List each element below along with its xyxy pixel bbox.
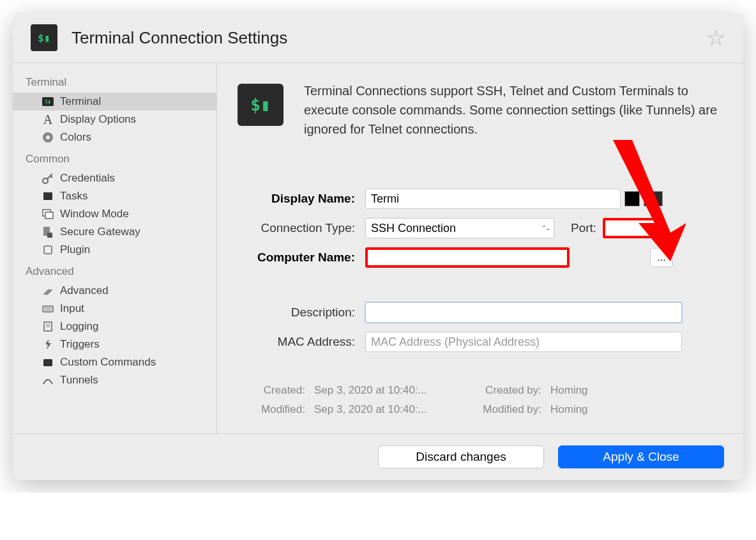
- form: Display Name: $▮ Connection Type: SSH Co…: [238, 189, 723, 352]
- created-by-value: Homing: [550, 384, 653, 397]
- font-a-icon: A: [41, 112, 55, 127]
- terminal-glyph: $▮: [38, 32, 50, 44]
- svg-rect-10: [44, 246, 52, 254]
- sidebar-item-advanced[interactable]: Advanced: [13, 282, 216, 300]
- color-wheel-icon: [41, 131, 55, 144]
- mac-address-label: MAC Address:: [238, 335, 365, 349]
- tools-icon: [41, 284, 55, 297]
- sidebar-item-display-options[interactable]: A Display Options: [13, 111, 216, 128]
- color-picker-black[interactable]: [624, 191, 640, 206]
- svg-rect-13: [43, 306, 53, 312]
- svg-point-2: [43, 178, 48, 183]
- modified-by-label: Modified by:: [455, 403, 550, 416]
- mac-address-input[interactable]: [365, 332, 682, 352]
- svg-point-1: [46, 135, 50, 139]
- modified-label: Modified:: [238, 403, 314, 416]
- display-name-input[interactable]: [365, 189, 621, 209]
- svg-rect-19: [43, 359, 52, 366]
- terminal-icon: $▮: [41, 97, 55, 106]
- log-icon: [41, 320, 55, 333]
- svg-rect-5: [43, 192, 52, 200]
- terminal-large-icon: $▮: [238, 84, 284, 126]
- sidebar-item-input[interactable]: Input: [13, 300, 216, 318]
- tasks-icon: [41, 190, 55, 203]
- sidebar-item-window-mode[interactable]: Window Mode: [13, 205, 216, 223]
- display-name-label: Display Name:: [238, 192, 365, 206]
- window-icon: [41, 208, 55, 220]
- sidebar-item-tunnels[interactable]: Tunnels: [13, 371, 216, 389]
- command-icon: [41, 356, 55, 369]
- sidebar-section-common: Common: [13, 146, 216, 169]
- description-input[interactable]: [365, 302, 682, 323]
- modified-value: Sep 3, 2020 at 10:40:...: [314, 403, 455, 416]
- port-input[interactable]: [603, 218, 659, 238]
- footer: Discard changes Apply & Close: [13, 433, 743, 480]
- tunnel-icon: [41, 374, 55, 387]
- body: Terminal $▮ Terminal A Display Options C…: [13, 63, 743, 480]
- sidebar-item-colors[interactable]: Colors: [13, 128, 216, 146]
- plugin-icon: [41, 243, 55, 256]
- sidebar-item-credentials[interactable]: Credentials: [13, 169, 216, 187]
- sidebar-item-custom-commands[interactable]: Custom Commands: [13, 353, 216, 371]
- description-label: Description:: [238, 305, 365, 320]
- discard-button[interactable]: Discard changes: [378, 445, 544, 468]
- modified-by-value: Homing: [550, 403, 653, 416]
- created-by-label: Created by:: [455, 384, 550, 397]
- sidebar-item-secure-gateway[interactable]: Secure Gateway: [13, 223, 216, 241]
- main-panel: $▮ Terminal Connections support SSH, Tel…: [217, 63, 743, 480]
- page-title: Terminal Connection Settings: [72, 28, 287, 48]
- computer-name-browse-button[interactable]: ...: [650, 248, 673, 267]
- header: $▮ Terminal Connection Settings ☆: [13, 13, 743, 63]
- connection-type-select[interactable]: SSH Connection: [365, 218, 554, 238]
- svg-line-4: [50, 176, 52, 178]
- sidebar-item-tasks[interactable]: Tasks: [13, 187, 216, 205]
- key-icon: [41, 172, 55, 185]
- settings-window: $▮ Terminal Connection Settings ☆ Termin…: [13, 13, 743, 480]
- keyboard-icon: [41, 302, 55, 315]
- sidebar-item-triggers[interactable]: Triggers: [13, 336, 216, 353]
- sidebar-section-advanced: Advanced: [13, 259, 216, 282]
- svg-rect-7: [45, 212, 53, 219]
- sidebar-section-terminal: Terminal: [13, 70, 216, 93]
- sidebar-item-terminal[interactable]: $▮ Terminal: [13, 93, 216, 111]
- port-label: Port:: [571, 221, 596, 235]
- panel-description: Terminal Connections support SSH, Telnet…: [304, 81, 723, 139]
- sidebar: Terminal $▮ Terminal A Display Options C…: [13, 63, 217, 480]
- annotation-arrow-right: [734, 134, 743, 268]
- svg-rect-9: [47, 233, 52, 238]
- gateway-icon: [41, 226, 55, 238]
- apply-close-button[interactable]: Apply & Close: [558, 445, 724, 468]
- sidebar-item-logging[interactable]: Logging: [13, 318, 216, 336]
- terminal-app-icon: $▮: [31, 24, 57, 51]
- metadata: Created: Sep 3, 2020 at 10:40:... Create…: [238, 384, 723, 416]
- created-label: Created:: [238, 384, 314, 397]
- trigger-icon: [41, 338, 55, 351]
- favorite-star-icon[interactable]: ☆: [706, 25, 725, 50]
- created-value: Sep 3, 2020 at 10:40:...: [314, 384, 455, 397]
- connection-type-label: Connection Type:: [238, 221, 365, 235]
- computer-name-input[interactable]: [365, 247, 570, 268]
- icon-picker-terminal[interactable]: $▮: [644, 191, 663, 206]
- sidebar-item-plugin[interactable]: Plugin: [13, 241, 216, 259]
- computer-name-label: Computer Name:: [238, 251, 365, 265]
